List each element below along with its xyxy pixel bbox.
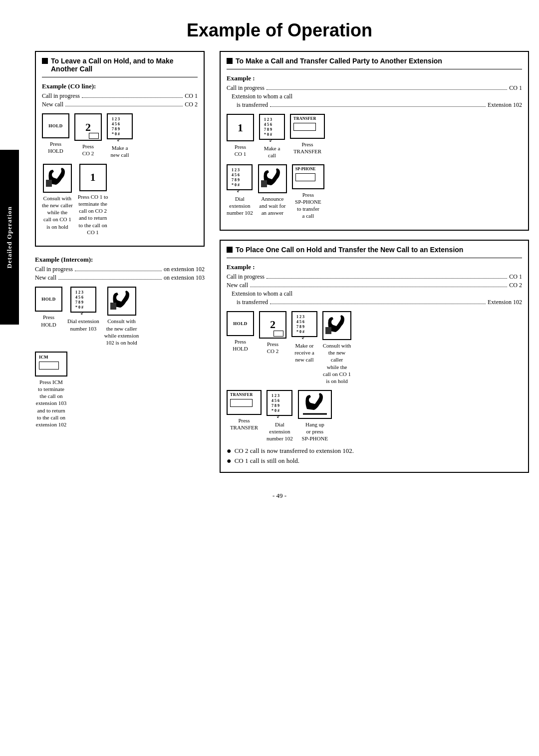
svg-text:1 2 3: 1 2 3 — [75, 290, 83, 295]
keypad-intercom-svg: 1 2 3 4 5 6 7 8 9 * 0 # ↙ — [70, 287, 96, 316]
svg-text:4 5 6: 4 5 6 — [271, 398, 279, 403]
sidebar-label: Detailed Operation — [0, 150, 19, 325]
right-steps-row2: 1 2 3 4 5 6 7 8 9 * 0 # ↙ Dialextensionn… — [227, 164, 522, 220]
right-example1-label: Example : — [227, 74, 522, 82]
example-intercom-label: Example (Intercom): — [35, 256, 205, 264]
page-title: Example of Operation — [30, 20, 529, 41]
keypad-svg: 1 2 3 4 5 6 7 8 9 * 0 # ↙ — [107, 113, 133, 142]
section-transfer-ext: To Make a Call and Transfer Called Party… — [220, 51, 529, 231]
step-co1: 1 Press CO 1 toterminate thecall on CO 2… — [78, 164, 108, 236]
step-keypad-ht: 1 2 3 4 5 6 7 8 9 * 0 # ↙ Make orreceive… — [291, 311, 317, 364]
svg-text:7 8 9: 7 8 9 — [112, 127, 120, 131]
step-spphone: SP-PHONE PressSP-PHONEto transfera call — [292, 164, 324, 220]
svg-text:1 2 3: 1 2 3 — [296, 315, 304, 319]
step-hold: HOLD PressHOLD — [42, 113, 69, 155]
step-hold-intercom: HOLD PressHOLD — [35, 287, 62, 328]
step-hangup-ht: Hang upor pressSP-PHONE — [298, 390, 332, 442]
section-hold-transfer-title: To Place One Call on Hold and Transfer t… — [227, 246, 522, 254]
svg-text:* 0 #: * 0 # — [75, 305, 83, 310]
right-example2-label: Example : — [227, 263, 522, 271]
svg-text:↙: ↙ — [301, 335, 305, 340]
svg-text:* 0 #: * 0 # — [271, 408, 279, 413]
hold-transfer-steps-row2: TRANSFER PressTRANSFER 1 2 3 4 5 6 7 8 9… — [227, 390, 522, 442]
steps-row2: Consult withthe new callerwhile thecall … — [42, 164, 198, 236]
example-co-label: Example (CO line): — [42, 82, 198, 90]
dotted1 — [82, 97, 183, 98]
hold-transfer-steps-row1: HOLD PressHOLD 2 PressCO 2 — [227, 311, 522, 385]
page-number: - 49 - — [30, 492, 529, 500]
steps-row1: HOLD PressHOLD 2 PressCO 2 — [42, 113, 198, 159]
step-keypad-dial102-ht: 1 2 3 4 5 6 7 8 9 * 0 # ↙ Dialextensionn… — [267, 390, 293, 442]
svg-text:7 8 9: 7 8 9 — [232, 178, 240, 182]
bullet-item-2: ● CO 1 call is still on hold. — [227, 457, 522, 465]
step-keypad-intercom: 1 2 3 4 5 6 7 8 9 * 0 # ↙ Dial extension… — [67, 287, 99, 332]
svg-text:↙: ↙ — [80, 310, 84, 316]
section-intercom: Example (Intercom): Call in progress on … — [35, 256, 205, 428]
example-co-line1: Call in progress CO 1 — [42, 92, 198, 100]
svg-text:↙: ↙ — [237, 188, 241, 193]
num2-device: 2 — [74, 113, 102, 141]
svg-rect-16 — [260, 114, 284, 139]
main-content: To Leave a Call on Hold, and to Make Ano… — [35, 51, 529, 482]
sidebar-label-text: Detailed Operation — [5, 206, 13, 269]
step-co2: 2 PressCO 2 — [74, 113, 102, 157]
right-steps-row1: 1 PressCO 1 1 2 3 4 5 6 7 8 9 * 0 # ↙ Ma… — [227, 114, 522, 159]
handset-svg — [43, 164, 72, 193]
svg-text:↙: ↙ — [276, 413, 280, 419]
svg-rect-7 — [46, 180, 52, 187]
step-transfer-right: TRANSFER PressTRANSFER — [290, 114, 325, 155]
icm-step-row: ICM Press ICMto terminatethe call onexte… — [35, 352, 205, 428]
svg-text:4 5 6: 4 5 6 — [296, 320, 304, 324]
svg-rect-29 — [261, 180, 267, 187]
svg-text:7 8 9: 7 8 9 — [264, 127, 272, 132]
svg-text:↙: ↙ — [269, 137, 273, 143]
svg-rect-8 — [71, 287, 96, 312]
section-hold-transfer-new: To Place One Call on Hold and Transfer t… — [220, 240, 529, 473]
step-handset-ht: Consult withthe newcallerwhile thecall o… — [322, 311, 351, 385]
svg-text:4 5 6: 4 5 6 — [75, 295, 83, 300]
svg-text:1 2 3: 1 2 3 — [112, 117, 120, 121]
section-transfer-title: To Make a Call and Transfer Called Party… — [227, 57, 522, 65]
step-co1-right: 1 PressCO 1 — [227, 114, 254, 158]
step-hold-ht: HOLD PressHOLD — [227, 311, 254, 353]
section-hold-another-call: To Leave a Call on Hold, and to Make Ano… — [35, 51, 205, 247]
step-transfer-ht: TRANSFER PressTRANSFER — [227, 390, 262, 431]
svg-text:7 8 9: 7 8 9 — [75, 300, 83, 305]
page-container: Detailed Operation Example of Operation … — [0, 0, 539, 756]
svg-text:7 8 9: 7 8 9 — [296, 325, 304, 329]
svg-text:4 5 6: 4 5 6 — [232, 173, 240, 177]
right-column: To Make a Call and Transfer Called Party… — [220, 51, 529, 482]
svg-rect-0 — [107, 114, 132, 139]
bullet-item-1: ● CO 2 call is now transferred to extens… — [227, 447, 522, 455]
svg-text:1 2 3: 1 2 3 — [271, 393, 279, 398]
svg-rect-38 — [267, 390, 292, 415]
left-column: To Leave a Call on Hold, and to Make Ano… — [35, 51, 205, 482]
step-icm: ICM Press ICMto terminatethe call onexte… — [35, 352, 67, 428]
example-co-line2: New call CO 2 — [42, 101, 198, 108]
svg-text:* 0 #: * 0 # — [112, 132, 120, 136]
step-co2-ht: 2 PressCO 2 — [259, 311, 286, 355]
step-handset-consult: Consult withthe new callerwhile thecall … — [42, 164, 73, 230]
step-handset-announce: Announceand wait foran answer — [258, 164, 287, 217]
svg-text:7 8 9: 7 8 9 — [271, 403, 279, 408]
hold-device: HOLD — [42, 113, 69, 138]
svg-text:* 0 #: * 0 # — [296, 330, 304, 334]
svg-text:↙: ↙ — [117, 137, 121, 142]
step-makecall: 1 2 3 4 5 6 7 8 9 * 0 # ↙ Make anew call — [107, 113, 133, 159]
svg-rect-37 — [325, 327, 331, 334]
svg-text:1 2 3: 1 2 3 — [232, 168, 240, 172]
bullet-points: ● CO 2 call is now transferred to extens… — [227, 447, 522, 465]
num1-device: 1 — [79, 164, 107, 191]
step-keypad-dial102: 1 2 3 4 5 6 7 8 9 * 0 # ↙ Dialextensionn… — [227, 164, 253, 217]
svg-text:1 2 3: 1 2 3 — [264, 117, 272, 122]
svg-text:4 5 6: 4 5 6 — [112, 122, 120, 126]
svg-text:* 0 #: * 0 # — [232, 183, 240, 187]
intercom-steps-row1: HOLD PressHOLD 1 2 3 4 5 6 7 8 9 * 0 # ↙ — [35, 287, 205, 346]
step-keypad-right: 1 2 3 4 5 6 7 8 9 * 0 # ↙ Make acall — [259, 114, 285, 159]
svg-rect-30 — [292, 312, 317, 337]
step-handset-intercom: Consult withthe new callerwhile extensio… — [104, 287, 139, 346]
svg-rect-22 — [227, 165, 252, 190]
section1-title-square — [42, 58, 48, 64]
intercom-line2: New call on extension 103 — [35, 274, 205, 282]
svg-rect-15 — [110, 303, 116, 310]
